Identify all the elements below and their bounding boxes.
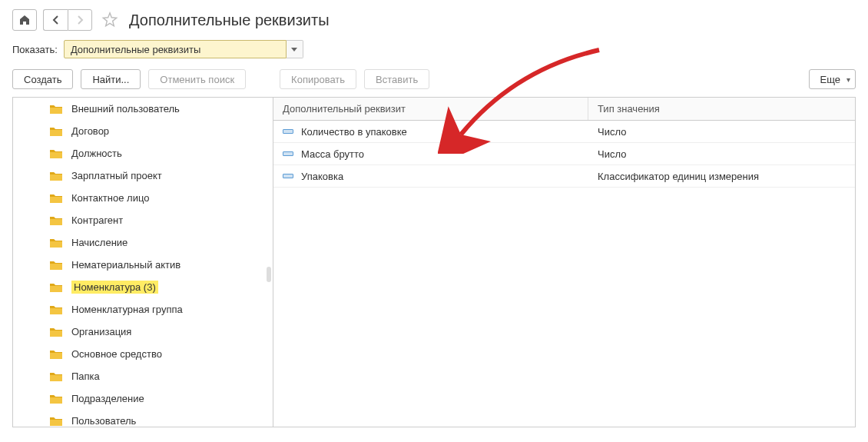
folder-icon [50, 126, 62, 136]
attributes-table: Дополнительный реквизит Тип значения Кол… [273, 97, 856, 427]
folder-icon [50, 193, 62, 203]
tree-item[interactable]: Должность [13, 142, 273, 165]
cancel-search-button[interactable]: Отменить поиск [148, 69, 246, 89]
tree-item[interactable]: Пользователь [13, 410, 273, 427]
folder-icon [50, 327, 62, 337]
filter-label: Показать: [12, 44, 58, 55]
tree-item-label: Контрагент [71, 214, 123, 226]
tree-item-label: Пользователь [71, 415, 136, 427]
scrollbar[interactable] [267, 267, 271, 282]
folder-icon [50, 215, 62, 225]
tree-item[interactable]: Основное средство [13, 343, 273, 365]
tree-item-label: Зарплатный проект [71, 170, 162, 181]
create-button[interactable]: Создать [12, 69, 73, 89]
tree-item[interactable]: Контактное лицо [13, 187, 273, 209]
tree-item[interactable]: Подразделение [13, 387, 273, 410]
tree-item[interactable]: Внешний пользователь [13, 98, 273, 120]
folder-icon [50, 148, 62, 158]
folder-icon [50, 238, 62, 248]
folder-icon [50, 394, 62, 404]
tree-item[interactable]: Номенклатура (3) [13, 276, 273, 298]
attribute-type: Число [588, 148, 855, 160]
folder-icon [50, 371, 62, 381]
paste-button[interactable]: Вставить [364, 69, 429, 89]
table-row[interactable]: Масса бруттоЧисло [273, 143, 855, 165]
folder-icon [50, 104, 62, 114]
tree-item-label: Номенклатурная группа [71, 304, 183, 315]
tree-item-label: Нематериальный актив [71, 259, 181, 271]
folder-icon [50, 349, 62, 359]
tree-item[interactable]: Начисление [13, 231, 273, 254]
table-row[interactable]: УпаковкаКлассификатор единиц измерения [273, 165, 855, 188]
copy-button[interactable]: Копировать [280, 69, 356, 89]
column-header-type[interactable]: Тип значения [588, 98, 855, 120]
tree-item-label: Начисление [71, 237, 128, 248]
folder-icon [50, 171, 62, 181]
more-button[interactable]: Еще [809, 69, 856, 89]
folder-icon [50, 304, 62, 314]
tree-item[interactable]: Номенклатурная группа [13, 298, 273, 321]
page-title: Дополнительные реквизиты [129, 12, 330, 29]
attribute-icon [283, 129, 293, 134]
tree-item-label: Основное средство [71, 348, 162, 360]
folder-icon [50, 282, 62, 292]
filter-select-input[interactable] [64, 40, 287, 58]
folder-icon [50, 260, 62, 270]
category-tree[interactable]: Внешний пользовательДоговорДолжностьЗарп… [12, 97, 273, 427]
arrow-right-icon [75, 15, 84, 25]
forward-button[interactable] [68, 9, 92, 31]
tree-item[interactable]: Организация [13, 321, 273, 343]
tree-item-label: Внешний пользователь [71, 103, 180, 115]
arrow-left-icon [51, 15, 61, 25]
attribute-icon [283, 151, 293, 156]
tree-item-label: Подразделение [71, 393, 144, 404]
column-header-attribute[interactable]: Дополнительный реквизит [273, 98, 588, 120]
tree-item[interactable]: Папка [13, 365, 273, 387]
attribute-icon [283, 174, 293, 178]
filter-dropdown-button[interactable] [287, 40, 303, 58]
tree-item[interactable]: Договор [13, 120, 273, 142]
tree-item-label: Папка [71, 371, 100, 382]
tree-item-label: Контактное лицо [71, 192, 149, 204]
attribute-type: Классификатор единиц измерения [588, 171, 855, 182]
home-button[interactable] [12, 9, 37, 31]
back-button[interactable] [43, 9, 68, 31]
favorite-star-icon[interactable] [101, 12, 118, 28]
folder-icon [50, 416, 62, 426]
table-row[interactable]: Количество в упаковкеЧисло [273, 121, 855, 143]
tree-item-label: Должность [71, 148, 122, 159]
tree-item[interactable]: Контрагент [13, 209, 273, 231]
attribute-name: Масса брутто [301, 148, 364, 160]
tree-item[interactable]: Зарплатный проект [13, 165, 273, 187]
attribute-type: Число [588, 126, 855, 138]
tree-item-label: Договор [71, 125, 109, 137]
attribute-name: Упаковка [301, 171, 343, 182]
find-button[interactable]: Найти... [81, 69, 141, 89]
tree-item[interactable]: Нематериальный актив [13, 254, 273, 276]
home-icon [19, 15, 30, 25]
tree-item-label: Номенклатура (3) [71, 281, 158, 294]
attribute-name: Количество в упаковке [301, 126, 407, 138]
chevron-down-icon [291, 48, 297, 52]
tree-item-label: Организация [71, 326, 131, 337]
